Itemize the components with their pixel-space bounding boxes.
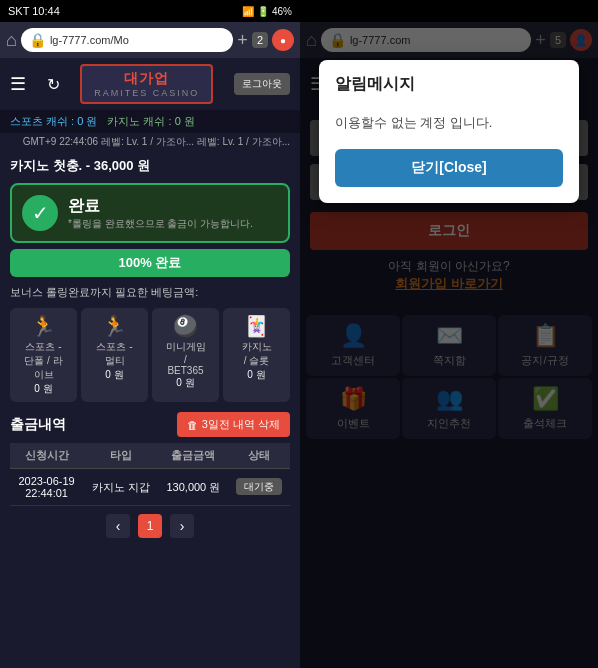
- status-icons: 📶 🔋 46%: [242, 6, 292, 17]
- left-panel: SKT 10:44 📶 🔋 46% ⌂ 🔒 lg-7777.com/Mo + 2…: [0, 0, 300, 668]
- col-status: 상태: [229, 443, 290, 469]
- col-type: 타입: [83, 443, 158, 469]
- lock-icon: 🔒: [29, 32, 46, 48]
- sports-cash: 스포츠 캐쉬 : 0 원: [10, 114, 97, 129]
- left-logo-sub: RAMITES CASINO: [94, 88, 199, 98]
- withdraw-header: 출금내역 🗑 3일전 내역 삭제: [10, 412, 290, 437]
- cat-minigame[interactable]: 🎱 미니게임/BET365 0 원: [152, 308, 219, 402]
- left-url-bar[interactable]: 🔒 lg-7777.com/Mo: [21, 28, 233, 52]
- col-amount: 출금금액: [158, 443, 228, 469]
- right-panel: ⌂ 🔒 lg-7777.com + 5 👤 ☰ 대가업 RAMITES CASI…: [300, 0, 598, 668]
- col-time: 신청시간: [10, 443, 83, 469]
- modal-body: 이용할수 없는 계정 입니다. 닫기[Close]: [319, 103, 579, 203]
- delete-label: 3일전 내역 삭제: [202, 417, 280, 432]
- cat-sports-single-label: 스포츠 -단폴 / 라이브: [14, 340, 73, 382]
- casino-icon: 🃏: [227, 314, 286, 338]
- modal-close-btn[interactable]: 닫기[Close]: [335, 149, 563, 187]
- row-time: 2023-06-1922:44:01: [10, 469, 83, 506]
- check-icon: ✓: [22, 195, 58, 231]
- hamburger-icon[interactable]: ☰: [10, 73, 26, 95]
- level-value: 레벨: Lv. 1 / 가조아...: [197, 136, 290, 147]
- complete-box: ✓ 완료 *롤링을 완료했으므로 출금이 가능합니다.: [10, 183, 290, 243]
- table-row: 2023-06-1922:44:01 카지노 지갑 130,000 원 대기중: [10, 469, 290, 506]
- prev-page-btn[interactable]: ‹: [106, 514, 130, 538]
- cat-sports-multi[interactable]: 🏃 스포츠 -멀티 0 원: [81, 308, 148, 402]
- modal-box: 알림메시지 이용할수 없는 계정 입니다. 닫기[Close]: [319, 60, 579, 203]
- cat-sports-single-amount: 0 원: [14, 382, 73, 396]
- withdraw-title: 출금내역: [10, 416, 66, 434]
- account-bar: 스포츠 캐쉬 : 0 원 카지노 캐쉬 : 0 원: [0, 110, 300, 133]
- trash-icon: 🗑: [187, 419, 198, 431]
- left-site-header: ☰ ↻ 대가업 RAMITES CASINO 로그아웃: [0, 58, 300, 110]
- minigame-icon: 🎱: [156, 314, 215, 338]
- sports-single-icon: 🏃: [14, 314, 73, 338]
- left-browser-bar: ⌂ 🔒 lg-7777.com/Mo + 2 ●: [0, 22, 300, 58]
- category-grid: 🏃 스포츠 -단폴 / 라이브 0 원 🏃 스포츠 -멀티 0 원 🎱 미니게임…: [0, 304, 300, 406]
- left-status-bar: SKT 10:44 📶 🔋 46%: [0, 0, 300, 22]
- level-text: 레벨: Lv. 1 / 가조아...: [101, 136, 194, 147]
- home-icon[interactable]: ⌂: [6, 30, 17, 51]
- left-logo-text: 대가업: [94, 70, 199, 88]
- cat-sports-multi-amount: 0 원: [85, 368, 144, 382]
- refresh-icon[interactable]: ↻: [47, 75, 60, 94]
- cat-minigame-amount: 0 원: [156, 376, 215, 390]
- cat-sports-single[interactable]: 🏃 스포츠 -단폴 / 라이브 0 원: [10, 308, 77, 402]
- left-url-text: lg-7777.com/Mo: [50, 34, 129, 46]
- pagination: ‹ 1 ›: [0, 506, 300, 546]
- signal-icon: 📶: [242, 6, 254, 17]
- casino-cash: 카지노 캐쉬 : 0 원: [107, 114, 194, 129]
- row-amount: 130,000 원: [158, 469, 228, 506]
- tab-count[interactable]: 2: [252, 32, 268, 48]
- cat-sports-multi-label: 스포츠 -멀티: [85, 340, 144, 368]
- status-badge: 대기중: [236, 478, 282, 495]
- battery-icon: 🔋 46%: [257, 6, 292, 17]
- carrier-time: SKT 10:44: [8, 5, 60, 17]
- delete-btn[interactable]: 🗑 3일전 내역 삭제: [177, 412, 290, 437]
- progress-bar: 100% 완료: [10, 249, 290, 277]
- complete-sub: *롤링을 완료했으므로 출금이 가능합니다.: [68, 217, 253, 231]
- modal-title: 알림메시지: [319, 60, 579, 103]
- new-tab-icon[interactable]: +: [237, 30, 248, 51]
- row-type: 카지노 지갑: [83, 469, 158, 506]
- complete-main: 완료: [68, 196, 253, 217]
- cat-casino-amount: 0 원: [227, 368, 286, 382]
- rolling-title: 보너스 롤링완료까지 필요한 베팅금액:: [0, 281, 300, 304]
- logout-btn[interactable]: 로그아웃: [234, 73, 290, 95]
- cat-casino[interactable]: 🃏 카지노/ 슬롯 0 원: [223, 308, 290, 402]
- table-header-row: 신청시간 타입 출금금액 상태: [10, 443, 290, 469]
- modal-message: 이용할수 없는 계정 입니다.: [335, 113, 563, 133]
- deposit-title: 카지노 첫충. - 36,000 원: [0, 151, 300, 177]
- next-page-btn[interactable]: ›: [170, 514, 194, 538]
- left-logo: 대가업 RAMITES CASINO: [80, 64, 213, 104]
- withdraw-section: 출금내역 🗑 3일전 내역 삭제 신청시간 타입 출금금액 상태 2023-06…: [10, 412, 290, 506]
- current-page[interactable]: 1: [138, 514, 162, 538]
- gmt-bar: GMT+9 22:44:06 레벨: Lv. 1 / 가조아... 레벨: Lv…: [0, 133, 300, 151]
- cat-minigame-label: 미니게임/BET365: [156, 340, 215, 376]
- modal-overlay: 알림메시지 이용할수 없는 계정 입니다. 닫기[Close]: [300, 0, 598, 668]
- withdraw-table: 신청시간 타입 출금금액 상태 2023-06-1922:44:01 카지노 지…: [10, 443, 290, 506]
- row-status: 대기중: [229, 469, 290, 506]
- gmt-time: GMT+9 22:44:06: [23, 136, 98, 147]
- record-btn[interactable]: ●: [272, 29, 294, 51]
- progress-label: 100% 완료: [119, 254, 182, 272]
- sports-multi-icon: 🏃: [85, 314, 144, 338]
- cat-casino-label: 카지노/ 슬롯: [227, 340, 286, 368]
- complete-text: 완료 *롤링을 완료했으므로 출금이 가능합니다.: [68, 196, 253, 231]
